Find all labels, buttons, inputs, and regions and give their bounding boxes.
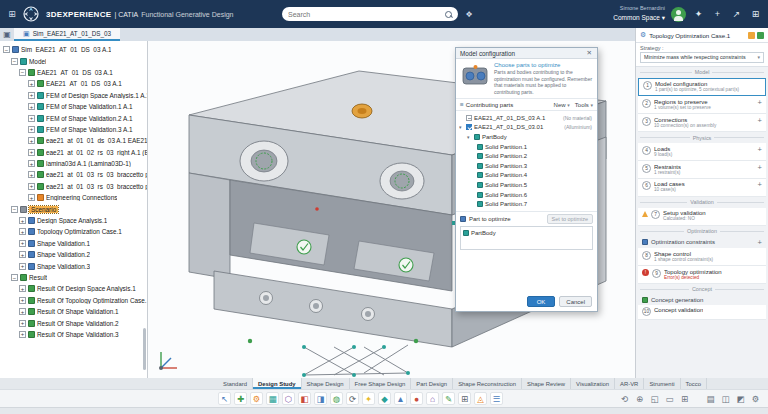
tree-item[interactable]: EAE21_AT_01_DS_03 A.1 xyxy=(0,78,147,89)
search-tag-icon[interactable]: ❖ xyxy=(462,7,476,21)
tool-icon-18[interactable]: ☰ xyxy=(490,392,503,405)
panel-status-icon[interactable] xyxy=(757,32,764,39)
new-menu[interactable]: New ▾ xyxy=(554,102,570,108)
expander-icon[interactable] xyxy=(19,263,26,270)
rotate-view-icon[interactable]: ⟲ xyxy=(618,392,631,405)
expander-icon[interactable] xyxy=(11,206,18,213)
tree-item[interactable]: eae21_at_01_03_rs_03_braccetto pi xyxy=(0,169,147,180)
part-to-optimize-box[interactable]: PartBody xyxy=(460,226,593,250)
tool-icon-13[interactable]: ● xyxy=(410,392,423,405)
tool-icon-16[interactable]: ⊞ xyxy=(458,392,471,405)
tree-node-model[interactable]: Model xyxy=(0,55,147,66)
expander-icon[interactable] xyxy=(28,115,35,122)
workbench-tab-strumenti[interactable]: Strumenti xyxy=(644,378,680,389)
expander-icon[interactable] xyxy=(28,160,35,167)
checkbox-checked[interactable] xyxy=(466,124,472,130)
expander-icon[interactable] xyxy=(28,171,35,178)
step-shape-control[interactable]: 8 Shape control1 shape control constrain… xyxy=(638,248,766,266)
workbench-tab-visualization[interactable]: Visualization xyxy=(571,378,615,389)
partition-row[interactable]: Solid Partition.5 xyxy=(459,180,594,190)
close-icon[interactable]: ✕ xyxy=(586,49,593,57)
expander-icon[interactable] xyxy=(28,137,35,144)
document-tab[interactable]: ▣ Sim_EAE21_AT_01_DS_03 xyxy=(14,28,120,41)
tree-node-scenario[interactable]: Scenario xyxy=(0,203,147,214)
set-to-optimize-button[interactable]: Set to optimize xyxy=(547,214,593,224)
expander-icon[interactable] xyxy=(19,69,26,76)
expander-icon[interactable] xyxy=(28,80,35,87)
chevron-down-icon[interactable]: ▾ xyxy=(467,134,472,140)
add-icon[interactable]: + xyxy=(758,99,762,107)
partition-row[interactable]: Solid Partition.1 xyxy=(459,142,594,152)
expander-icon[interactable] xyxy=(19,297,26,304)
expander-icon[interactable] xyxy=(19,228,26,235)
step-regions-to-preserve[interactable]: 2 Regions to preserve1 volume(s) set to … xyxy=(638,96,766,114)
tree-item[interactable]: Topology Optimization Case.1 xyxy=(0,226,147,237)
favorites-star-icon[interactable]: ✦ xyxy=(692,8,705,21)
step-setup-validation[interactable]: 7 Setup validationCalculated: NO xyxy=(638,208,766,226)
pan-view-icon[interactable]: ▭ xyxy=(663,392,676,405)
expander-icon[interactable] xyxy=(28,126,35,133)
strategy-select[interactable]: Minimize mass while respecting constrain… xyxy=(640,52,764,63)
tree-root[interactable]: Sim_EAE21_AT_01_DS_03 A.1 xyxy=(0,44,147,55)
fit-all-icon[interactable]: ◱ xyxy=(648,392,661,405)
workbench-tab-tocco[interactable]: Tocco xyxy=(681,378,707,389)
home-icon[interactable]: ▣ xyxy=(0,28,14,41)
expander-icon[interactable] xyxy=(19,217,26,224)
tree-item[interactable]: lamina03d A.1 (Lamina03D-1) xyxy=(0,158,147,169)
expander-icon[interactable] xyxy=(19,251,26,258)
step-topology-optimization[interactable]: ! 9 Topology optimizationError(s) detect… xyxy=(638,266,766,284)
step-load-cases[interactable]: 6 Load cases10 case(s) + xyxy=(638,179,766,197)
tool-icon-03[interactable]: ⚙ xyxy=(250,392,263,405)
partition-row[interactable]: Solid Partition.4 xyxy=(459,171,594,181)
tree-item[interactable]: eae21_at_01_03_rs_03_braccetto p xyxy=(0,181,147,192)
partition-row[interactable]: Solid Partition.7 xyxy=(459,199,594,209)
partition-row[interactable]: Solid Partition.6 xyxy=(459,190,594,200)
tool-icon-02[interactable]: ✚ xyxy=(234,392,247,405)
tree-item[interactable]: Result Of Topology Optimization Case. xyxy=(0,295,147,306)
workbench-tab-shape-design[interactable]: Shape Design xyxy=(302,378,350,389)
step-model-configuration[interactable]: 1 Model configuration1 part(s) to optimi… xyxy=(638,78,766,97)
tree-item[interactable]: FEM of Shape Validation.2 A.1 xyxy=(0,112,147,123)
contributing-part-row[interactable]: ▾ EAE21_AT_01_DS_03.01 (Alluminium) xyxy=(459,123,594,133)
tool-icon-05[interactable]: ⬡ xyxy=(282,392,295,405)
isometric-view-icon[interactable]: ⊞ xyxy=(678,392,691,405)
expander-icon[interactable] xyxy=(3,46,10,53)
tree-item[interactable]: Shape Validation.1 xyxy=(0,238,147,249)
tree-item[interactable]: eae21_at_01_02_rs_03_right A.1 (EA xyxy=(0,147,147,158)
search-input[interactable] xyxy=(288,11,445,18)
workbench-tab-shape-review[interactable]: Shape Review xyxy=(522,378,571,389)
space-selector[interactable]: Common Space ▾ xyxy=(613,13,665,22)
tree-item[interactable]: Shape Validation.2 xyxy=(0,249,147,260)
expander-icon[interactable] xyxy=(28,92,35,99)
tools-menu[interactable]: Tools ▾ xyxy=(575,102,593,108)
tool-icon-15[interactable]: ✎ xyxy=(442,392,455,405)
tree-item[interactable]: Result Of Shape Validation.2 xyxy=(0,317,147,328)
render-style-icon[interactable]: ▤ xyxy=(704,392,717,405)
add-content-icon[interactable]: + xyxy=(711,8,724,21)
tool-icon-12[interactable]: ▲ xyxy=(394,392,407,405)
partition-row[interactable]: Solid Partition.3 xyxy=(459,161,594,171)
tree-item[interactable]: Engineering Connections xyxy=(0,192,147,203)
workbench-tab-part-design[interactable]: Part Design xyxy=(411,378,453,389)
optimization-constraints-row[interactable]: Optimization constraints + xyxy=(636,237,768,249)
expander-icon[interactable] xyxy=(19,331,26,338)
workbench-tab-ar-vr[interactable]: AR-VR xyxy=(615,378,644,389)
add-icon[interactable]: + xyxy=(758,239,762,247)
tree-item[interactable]: FEM of Shape Validation.1 A.1 xyxy=(0,101,147,112)
expander-icon[interactable] xyxy=(11,274,18,281)
expander-icon[interactable] xyxy=(19,320,26,327)
concept-generation-row[interactable]: Concept generation xyxy=(636,295,768,305)
expander-icon[interactable] xyxy=(19,308,26,315)
step-connections[interactable]: 3 Connections10 connection(s) on assembl… xyxy=(638,114,766,132)
tool-icon-17[interactable]: ◬ xyxy=(474,392,487,405)
add-icon[interactable]: + xyxy=(758,164,762,172)
tool-icon-14[interactable]: ⌂ xyxy=(426,392,439,405)
tool-icon-07[interactable]: ◨ xyxy=(314,392,327,405)
ok-button[interactable]: OK xyxy=(527,296,556,307)
tree-item[interactable]: eae21_at_01_01_ds_03 A.1 EAE21_ xyxy=(0,135,147,146)
hide-show-icon[interactable]: ◩ xyxy=(734,392,747,405)
expander-icon[interactable] xyxy=(11,58,18,65)
view-settings-icon[interactable]: ⚙ xyxy=(749,392,762,405)
workbench-tab-standard[interactable]: Standard xyxy=(218,378,253,389)
choose-parts-link[interactable]: Choose parts to optimize xyxy=(494,62,593,68)
